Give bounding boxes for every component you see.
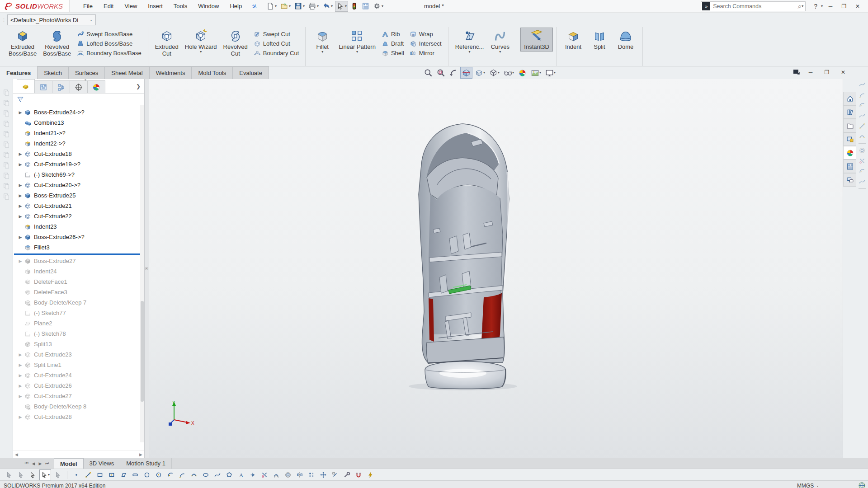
doc-minimize-button[interactable]: ─: [805, 68, 816, 77]
rapid-sketch-button[interactable]: [366, 470, 375, 480]
right-dock-icon-3[interactable]: [859, 112, 866, 119]
search-input[interactable]: [713, 3, 798, 9]
search-icon[interactable]: ⌕: [798, 2, 802, 10]
expand-twisty-icon[interactable]: ▶: [17, 259, 24, 263]
box-select-button[interactable]: [16, 470, 25, 480]
left-dock-icon-5[interactable]: [3, 141, 10, 149]
units-selector[interactable]: MMGS ⌄: [797, 483, 819, 488]
view-orientation-button[interactable]: ▾: [473, 67, 486, 78]
ribbon-button-curves[interactable]: Curves▾: [487, 28, 513, 55]
tree-item-cut-extrude24[interactable]: ▶Cut-Extrude24: [13, 370, 144, 380]
tree-item-boss-extrude24-[interactable]: ▶Boss-Extrude24->?: [13, 107, 144, 117]
right-dock-icon-0[interactable]: [859, 81, 866, 88]
ribbon-button-wrap[interactable]: abWrap: [407, 29, 444, 39]
tree-item-cut-extrude18[interactable]: ▶Cut-Extrude18: [13, 149, 144, 159]
tree-item-deleteface3[interactable]: DeleteFace3: [13, 287, 144, 297]
expand-twisty-icon[interactable]: ▶: [17, 162, 24, 167]
tangent-arc-button[interactable]: [178, 470, 187, 480]
tab-configurationmanager[interactable]: [52, 80, 70, 93]
left-dock-icon-3[interactable]: [3, 120, 10, 128]
right-dock-icon-7[interactable]: [859, 147, 866, 154]
dropdown-caret-icon[interactable]: ▾: [321, 50, 323, 54]
select-pointer-button[interactable]: ▾: [335, 1, 348, 12]
options-gear-button[interactable]: ▾: [372, 1, 385, 12]
select-arrow-button[interactable]: [5, 470, 14, 480]
tree-item--sketch69-[interactable]: (-) Sketch69->?: [13, 169, 144, 180]
left-dock-icon-2[interactable]: [3, 110, 10, 117]
left-dock-icon-7[interactable]: [3, 162, 10, 169]
scroll-right-arrow-icon[interactable]: ▶: [139, 452, 142, 457]
tab-dimxpertmanager[interactable]: [70, 80, 88, 93]
ribbon-button-boundary-boss-base[interactable]: Boundary Boss/Base: [74, 48, 144, 58]
previous-tab-button[interactable]: ◀: [30, 461, 37, 466]
tab-propertymanager[interactable]: [34, 80, 52, 93]
line-button[interactable]: [84, 470, 93, 480]
ribbon-button-draft[interactable]: Draft: [379, 39, 407, 48]
graphics-viewport[interactable]: Y X: [149, 79, 843, 458]
ribbon-button-rib[interactable]: Rib: [379, 29, 407, 39]
tree-vertical-scrollbar[interactable]: [140, 105, 144, 442]
tree-item-cut-extrude22[interactable]: ▶Cut-Extrude22: [13, 211, 144, 221]
ribbon-button-extruded[interactable]: ExtrudedBoss/Base: [5, 28, 40, 58]
doc-tab-model[interactable]: Model: [54, 458, 84, 469]
dropdown-caret-icon[interactable]: ▾: [382, 5, 383, 8]
tree-item-split13[interactable]: Split13: [13, 339, 144, 349]
ribbon-button-swept-boss-base[interactable]: Swept Boss/Base: [74, 29, 144, 39]
tree-horizontal-scrollbar[interactable]: ◀ ▶: [13, 450, 144, 458]
menu-edit[interactable]: Edit: [98, 0, 119, 12]
tree-item-cut-extrude28[interactable]: ▶Cut-Extrude28: [13, 412, 144, 422]
right-dock-icon-2[interactable]: [859, 102, 866, 109]
toolbar-drag-handle[interactable]: ⋮⋮⋮: [2, 19, 6, 21]
scroll-left-arrow-icon[interactable]: ◀: [15, 452, 18, 457]
save-button[interactable]: ▾: [293, 1, 306, 12]
text-button[interactable]: A: [236, 470, 245, 480]
expand-twisty-icon[interactable]: ▶: [17, 214, 24, 219]
dropdown-caret-icon[interactable]: ▾: [303, 5, 305, 8]
menu-help[interactable]: Help: [224, 0, 247, 12]
ribbon-button-swept-cut[interactable]: Swept Cut: [251, 29, 302, 39]
new-window-icon[interactable]: [793, 69, 800, 75]
close-button[interactable]: ✕: [852, 2, 863, 11]
right-dock-icon-10[interactable]: [859, 178, 866, 185]
filter-funnel-icon[interactable]: [17, 96, 24, 103]
doc-close-button[interactable]: ✕: [837, 68, 849, 77]
repair-sketch-button[interactable]: [342, 470, 351, 480]
menu-window[interactable]: Window: [193, 0, 224, 12]
next-tab-button[interactable]: ▶: [37, 461, 43, 466]
centerpoint-arc-button[interactable]: [166, 470, 175, 480]
task-pane-tab-home[interactable]: [843, 92, 856, 105]
ribbon-button-fillet[interactable]: Fillet▾: [309, 28, 335, 55]
ribbon-button-dome[interactable]: Dome: [613, 28, 639, 51]
tree-item-boss-extrude26-[interactable]: ▶Boss-Extrude26->?: [13, 232, 144, 242]
tree-item-indent21-[interactable]: Indent21->?: [13, 128, 144, 138]
ribbon-button-indent[interactable]: Indent: [560, 28, 586, 51]
right-dock-icon-4[interactable]: [859, 122, 866, 130]
left-dock-icon-4[interactable]: [3, 131, 10, 138]
section-view-button[interactable]: [461, 67, 472, 78]
web-globe-icon[interactable]: [859, 482, 865, 488]
open-document-button[interactable]: ▾: [279, 1, 292, 12]
ribbon-button-referenc-[interactable]: Referenc...▾: [452, 28, 487, 55]
rollback-bar[interactable]: [14, 253, 143, 255]
tab-mold-tools[interactable]: Mold Tools: [191, 66, 233, 79]
menu-tools[interactable]: Tools: [168, 0, 193, 12]
expand-twisty-icon[interactable]: ▶: [17, 373, 24, 378]
tab-surfaces[interactable]: Surfaces: [68, 66, 105, 79]
dropdown-caret-icon[interactable]: ▾: [317, 5, 319, 8]
tree-item-combine13[interactable]: Combine13: [13, 117, 144, 128]
selection-filter-toggle-button[interactable]: [28, 470, 37, 480]
quick-snaps-button[interactable]: [354, 470, 363, 480]
pin-icon[interactable]: ✈: [250, 2, 259, 11]
right-dock-icon-5[interactable]: [859, 133, 866, 140]
task-pane-tab-forum[interactable]: [843, 173, 856, 187]
menu-insert[interactable]: Insert: [142, 0, 168, 12]
power-select-button[interactable]: [53, 470, 62, 480]
tree-item-indent24[interactable]: Indent24: [13, 266, 144, 277]
pointer-button[interactable]: ▾: [40, 470, 51, 480]
circle-button[interactable]: [142, 470, 151, 480]
zoom-to-fit-button[interactable]: [423, 67, 434, 78]
spline-button[interactable]: [213, 470, 222, 480]
zoom-to-area-button[interactable]: [435, 67, 447, 78]
task-pane-tab-design-library[interactable]: [843, 105, 856, 119]
doc-tab-3d-views[interactable]: 3D Views: [84, 458, 121, 469]
